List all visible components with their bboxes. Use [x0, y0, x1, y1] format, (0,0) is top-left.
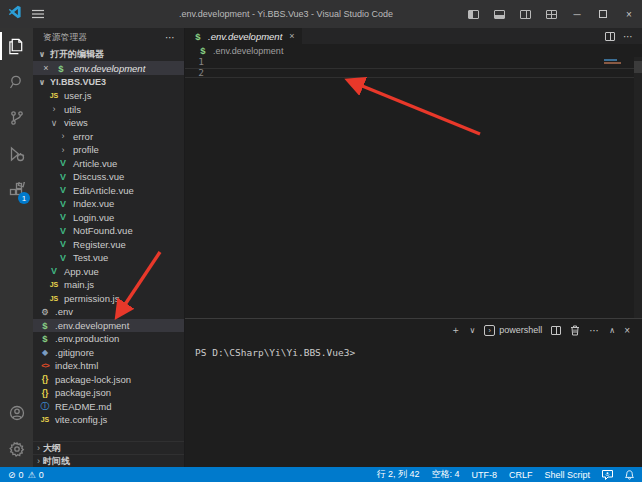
tree-item[interactable]: V Index.vue	[33, 197, 184, 211]
settings-gear-icon[interactable]	[0, 431, 33, 467]
toggle-secondary-sidebar-icon[interactable]	[512, 0, 538, 28]
close-panel-icon[interactable]: ×	[624, 325, 630, 336]
chevron-down-icon: ∨	[48, 118, 60, 128]
tree-item[interactable]: $ .env.development	[33, 319, 184, 333]
tree-item-label: package.json	[55, 387, 111, 398]
json-icon: {}	[39, 374, 51, 384]
explorer-actions-icon[interactable]: ⋯	[165, 32, 176, 43]
open-editor-filename: .env.development	[71, 63, 145, 74]
timeline-section[interactable]: › 时间线	[33, 454, 184, 467]
breadcrumb[interactable]: $ .env.development	[185, 44, 642, 57]
chevron-right-icon: ›	[37, 443, 40, 453]
tree-item-label: NotFound.vue	[73, 225, 133, 236]
tree-item[interactable]: › utils	[33, 103, 184, 117]
vue-icon: V	[57, 253, 69, 263]
minimize-button[interactable]: ─	[564, 0, 590, 28]
new-terminal-icon[interactable]: ＋	[450, 323, 460, 337]
toggle-sidebar-icon[interactable]	[460, 0, 486, 28]
explorer-icon[interactable]	[0, 28, 33, 64]
encoding[interactable]: UTF-8	[471, 470, 497, 480]
tree-item[interactable]: V App.vue	[33, 265, 184, 279]
language-mode[interactable]: Shell Script	[544, 470, 590, 480]
open-editor-item[interactable]: × $ .env.development	[33, 61, 184, 75]
problems-status[interactable]: ⊘0 ⚠0	[8, 470, 44, 480]
js-icon: JS	[48, 295, 60, 302]
tree-item-label: Index.vue	[73, 198, 114, 209]
split-editor-icon[interactable]	[605, 32, 615, 41]
tree-item[interactable]: {} package-lock.json	[33, 373, 184, 387]
tree-item-label: permission.js	[64, 293, 119, 304]
tree-item[interactable]: $ .env.production	[33, 332, 184, 346]
tree-item[interactable]: JS vite.config.js	[33, 413, 184, 427]
indentation[interactable]: 空格: 4	[431, 468, 459, 481]
extensions-badge: 1	[18, 192, 30, 204]
notifications-bell-icon[interactable]	[625, 470, 634, 480]
open-editors-section[interactable]: ∨ 打开的编辑器	[33, 47, 184, 61]
tree-item[interactable]: › error	[33, 130, 184, 144]
tree-item[interactable]: V NotFound.vue	[33, 224, 184, 238]
tree-item[interactable]: <> index.html	[33, 359, 184, 373]
html-icon: <>	[39, 361, 51, 370]
title-bar: .env.development - Yi.BBS.Vue3 - Visual …	[0, 0, 642, 28]
chevron-right-icon: ›	[37, 456, 40, 466]
tab-env-development[interactable]: $ .env.development ×	[185, 28, 302, 44]
tree-item-label: Article.vue	[73, 158, 117, 169]
terminal[interactable]: PS D:\CSharp\Yi\Yi.BBS.Vue3>	[185, 341, 642, 467]
file-tree: JS user.js › utils ∨ views › error › pro…	[33, 89, 184, 427]
customize-layout-icon[interactable]	[538, 0, 564, 28]
source-control-icon[interactable]	[0, 100, 33, 136]
vscode-window: .env.development - Yi.BBS.Vue3 - Visual …	[0, 0, 642, 482]
js-icon: JS	[39, 416, 51, 423]
tree-item[interactable]: JS main.js	[33, 278, 184, 292]
tree-item-label: EditArticle.vue	[73, 185, 134, 196]
close-icon[interactable]: ×	[41, 63, 51, 73]
tree-item[interactable]: V Login.vue	[33, 211, 184, 225]
eol-sequence[interactable]: CRLF	[509, 470, 533, 480]
cursor-position[interactable]: 行 2, 列 42	[376, 468, 419, 481]
maximize-panel-icon[interactable]: ∧	[609, 326, 615, 335]
feedback-icon[interactable]	[602, 470, 613, 480]
toggle-panel-icon[interactable]	[486, 0, 512, 28]
js-icon: JS	[48, 92, 60, 99]
close-button[interactable]: ×	[616, 0, 642, 28]
vue-icon: V	[57, 158, 69, 168]
outline-section[interactable]: › 大纲	[33, 441, 184, 454]
trash-icon[interactable]	[570, 325, 580, 336]
code-line: 2	[185, 68, 642, 79]
code-editor[interactable]: 1 2	[185, 57, 642, 318]
tree-item[interactable]: ⚙ .env	[33, 305, 184, 319]
tree-item[interactable]: V Article.vue	[33, 157, 184, 171]
run-debug-icon[interactable]	[0, 136, 33, 172]
tree-item[interactable]: JS permission.js	[33, 292, 184, 306]
project-root-section[interactable]: ∨ YI.BBS.VUE3	[33, 75, 184, 89]
tree-item[interactable]: V Register.vue	[33, 238, 184, 252]
tree-item[interactable]: ∨ views	[33, 116, 184, 130]
more-actions-icon[interactable]: ⋯	[623, 31, 634, 42]
menu-icon[interactable]	[32, 5, 44, 23]
maximize-button[interactable]	[590, 0, 616, 28]
editor-scrollbar[interactable]	[634, 57, 642, 318]
close-icon[interactable]: ×	[289, 31, 294, 41]
search-icon[interactable]	[0, 64, 33, 100]
tree-item[interactable]: V Discuss.vue	[33, 170, 184, 184]
tree-item[interactable]: V Test.vue	[33, 251, 184, 265]
tree-item[interactable]: JS user.js	[33, 89, 184, 103]
account-icon[interactable]	[0, 395, 33, 431]
chevron-down-icon: ∨	[37, 50, 47, 59]
split-terminal-icon[interactable]	[551, 326, 561, 335]
panel-more-icon[interactable]: ⋯	[589, 325, 600, 336]
tree-item-label: Test.vue	[73, 252, 108, 263]
tree-item-label: profile	[73, 144, 99, 155]
vue-icon: V	[57, 212, 69, 222]
bottom-panel: ＋ ∨ › powershell ⋯ ∧ ×	[185, 318, 642, 467]
extensions-icon[interactable]: 1	[0, 172, 33, 208]
chevron-down-icon[interactable]: ∨	[469, 326, 475, 335]
tree-item[interactable]: ◆ .gitignore	[33, 346, 184, 360]
tree-item-label: .env	[55, 306, 73, 317]
tree-item[interactable]: › profile	[33, 143, 184, 157]
tree-item[interactable]: {} package.json	[33, 386, 184, 400]
tree-item[interactable]: V EditArticle.vue	[33, 184, 184, 198]
tree-item[interactable]: ⓘ README.md	[33, 400, 184, 414]
gear-icon: ⚙	[39, 307, 51, 317]
terminal-shell-selector[interactable]: › powershell	[484, 325, 542, 336]
